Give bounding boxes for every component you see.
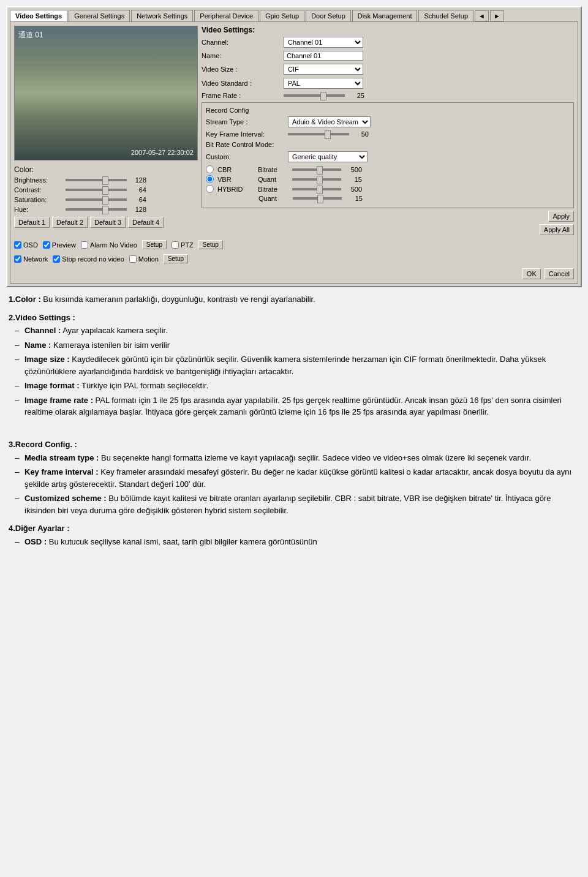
key-frame-label: Key Frame Interval: [206, 130, 285, 138]
hybrid-bitrate-slider[interactable] [292, 188, 341, 190]
tab-network-settings[interactable]: Network Settings [131, 10, 193, 21]
record-config-title: Record Config [206, 107, 570, 114]
ptz-label: PTZ [181, 241, 194, 249]
cbr-bitrate-label: Bitrate [258, 166, 288, 173]
tab-nav-back[interactable]: ◄ [475, 10, 489, 21]
osd-checkbox[interactable] [14, 241, 21, 249]
ptz-checkbox[interactable] [172, 241, 179, 249]
default4-button[interactable]: Default 4 [128, 217, 164, 228]
saturation-label: Saturation: [14, 196, 63, 203]
apply-button[interactable]: Apply [548, 211, 574, 222]
list-item: Media stream type : Bu seçenekte hangi f… [15, 452, 579, 464]
apply-all-button[interactable]: Apply All [540, 224, 574, 235]
section4-number: 4. [9, 524, 15, 533]
name-text: Kameraya istenilen bir isim verilir [51, 341, 170, 350]
tab-nav-fwd[interactable]: ► [490, 10, 504, 21]
cancel-button[interactable]: Cancel [545, 268, 574, 279]
section3-heading: 3.Record Config. : [9, 438, 579, 451]
bit-rate-label: Bit Rate Control Mode: [206, 141, 285, 148]
name-label: Name: [202, 52, 281, 59]
image-format-bold: Image format : [24, 381, 80, 390]
motion-setup-button[interactable]: Setup [164, 254, 188, 263]
frame-rate-slider[interactable] [284, 94, 345, 97]
network-label: Network [23, 255, 48, 263]
hue-slider[interactable] [66, 208, 127, 211]
alarm-no-video-checkbox-item: Alarm No Video [81, 241, 137, 249]
name-input[interactable] [284, 51, 363, 61]
stream-type-row: Stream Type : Aduio & Video Stream [206, 116, 570, 127]
hue-label: Hue: [14, 206, 63, 213]
cbr-bitrate-slider[interactable] [292, 168, 341, 171]
hue-row: Hue: 128 [14, 206, 198, 213]
hybrid-quant-value: 15 [345, 195, 363, 202]
contrast-label: Contrast: [14, 186, 63, 194]
vbr-quant-label: Quant [258, 176, 288, 183]
text-content: 1.Color : Bu kısımda kameranın parlaklığ… [9, 293, 579, 548]
preview-checkbox[interactable] [43, 241, 50, 249]
tab-disk-management[interactable]: Disk Management [352, 10, 418, 21]
contrast-slider[interactable] [66, 189, 127, 191]
default1-button[interactable]: Default 1 [14, 217, 50, 228]
brightness-value: 128 [129, 176, 146, 184]
motion-checkbox[interactable] [129, 255, 137, 263]
ptz-setup-button[interactable]: Setup [198, 240, 223, 249]
vbr-quant-slider[interactable] [292, 178, 341, 181]
bottom-controls: OSD Preview Alarm No Video Setup PTZ Set… [14, 240, 574, 249]
video-size-row: Video Size : CIF [202, 64, 574, 75]
hybrid-quant-slider[interactable] [293, 197, 342, 200]
vbr-quant-value: 15 [345, 176, 362, 183]
tab-gpio-setup[interactable]: Gpio Setup [260, 10, 304, 21]
osd-bold: OSD : [24, 537, 47, 546]
alarm-setup-button[interactable]: Setup [142, 240, 167, 249]
section2-list: Channel : Ayar yapılacak kamera seçilir.… [9, 325, 579, 418]
tab-general-settings[interactable]: General Settings [69, 10, 130, 21]
hybrid-radio[interactable] [206, 185, 214, 193]
video-preview: 通道 01 2007-05-27 22:30:02 [14, 26, 198, 160]
video-standard-select[interactable]: PAL [284, 78, 363, 89]
key-frame-row: Key Frame Interval: 50 [206, 130, 570, 138]
hybrid-label: HYBRID [217, 186, 254, 193]
contrast-value: 64 [129, 186, 146, 194]
tab-video-settings[interactable]: Video Settings [10, 10, 67, 21]
ptz-checkbox-item: PTZ [172, 241, 194, 249]
alarm-no-video-checkbox[interactable] [81, 241, 88, 249]
video-standard-row: Video Standard : PAL [202, 78, 574, 89]
section2-heading: 2.Video Settings : [9, 312, 579, 324]
section3-list: Media stream type : Bu seçenekte hangi f… [9, 452, 579, 517]
tab-peripheral-device[interactable]: Peripheral Device [194, 10, 258, 21]
osd-text: Bu kutucuk seçiliyse kanal ismi, saat, t… [47, 537, 317, 546]
channel-text: Ayar yapılacak kamera seçilir. [61, 326, 168, 335]
key-frame-bold: Key frame interval : [24, 467, 99, 476]
list-item: Image format : Türkiye için PAL formatı … [15, 380, 579, 392]
saturation-slider[interactable] [66, 198, 127, 201]
section1-content: Bu kısımda kameranın parlaklığı, doygunl… [43, 295, 315, 304]
cbr-label: CBR [217, 166, 254, 173]
default2-button[interactable]: Default 2 [52, 217, 88, 228]
main-panel: Video Settings General Settings Network … [6, 6, 582, 287]
vbr-radio[interactable] [206, 175, 214, 183]
brightness-row: Brightness: 128 [14, 176, 198, 184]
custom-select[interactable]: Generic quality [288, 151, 368, 162]
alarm-no-video-label: Alarm No Video [90, 241, 137, 249]
channel-bold: Channel : [24, 326, 61, 335]
key-frame-slider[interactable] [288, 133, 349, 135]
ok-button[interactable]: OK [522, 268, 541, 279]
left-column: 通道 01 2007-05-27 22:30:02 Color: Brightn… [14, 26, 198, 235]
default3-button[interactable]: Default 3 [90, 217, 126, 228]
motion-checkbox-item: Motion [129, 255, 159, 263]
stream-type-select[interactable]: Aduio & Video Stream [288, 116, 371, 127]
brightness-slider[interactable] [66, 179, 127, 181]
image-size-text: Kaydedilecek görüntü için bir çözünürlük… [24, 355, 546, 376]
bottom-controls-2: Network Stop record no video Motion Setu… [14, 254, 574, 263]
tab-schudel-setup[interactable]: Schudel Setup [418, 10, 473, 21]
default-buttons: Default 1 Default 2 Default 3 Default 4 [14, 217, 198, 228]
tab-door-setup[interactable]: Door Setup [306, 10, 351, 21]
frame-rate-row: Frame Rate : 25 [202, 92, 574, 99]
list-item: OSD : Bu kutucuk seçiliyse kanal ismi, s… [15, 536, 579, 548]
network-checkbox[interactable] [14, 255, 21, 263]
stop-record-checkbox[interactable] [53, 255, 60, 263]
record-config-section: Record Config Stream Type : Aduio & Vide… [202, 102, 574, 208]
video-size-select[interactable]: CIF [284, 64, 363, 75]
channel-select[interactable]: Channel 01 [284, 37, 363, 48]
cbr-radio[interactable] [206, 165, 214, 173]
